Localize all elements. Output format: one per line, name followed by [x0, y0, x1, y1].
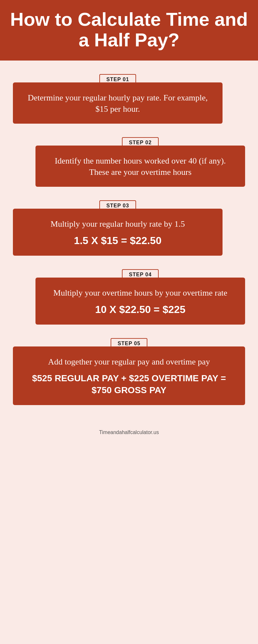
step-3-formula: 1.5 X $15 = $22.50: [22, 235, 213, 247]
step-5-text: Add together your regular pay and overti…: [22, 356, 236, 367]
step-2-wrapper: STEP 02 Identify the number hours worked…: [35, 140, 245, 187]
step-4-formula: 10 X $22.50 = $225: [45, 304, 236, 316]
step-5-formula: $525 REGULAR PAY + $225 OVERTIME PAY = $…: [22, 373, 236, 396]
step-1-label-wrap: STEP 01: [99, 77, 136, 82]
step-2-label-wrap: STEP 02: [122, 140, 159, 146]
step-5-box: Add together your regular pay and overti…: [13, 346, 245, 405]
step-3-label-wrap: STEP 03: [99, 203, 136, 209]
page-title: How to Calculate Time and a Half Pay?: [10, 9, 248, 50]
step-5-label-wrap: STEP 05: [111, 341, 148, 346]
content-area: STEP 01 Determine your regular hourly pa…: [0, 61, 258, 424]
step-1-wrapper: STEP 01 Determine your regular hourly pa…: [13, 77, 223, 124]
page-header: How to Calculate Time and a Half Pay?: [0, 0, 258, 61]
step-2-text: Identify the number hours worked over 40…: [45, 155, 236, 178]
step-3-wrapper: STEP 03 Multiply your regular hourly rat…: [13, 203, 223, 256]
step-3-box: Multiply your regular hourly rate by 1.5…: [13, 209, 223, 256]
footer-text: Timeandahalfcalculator.us: [99, 430, 159, 435]
step-1-box: Determine your regular hourly pay rate. …: [13, 82, 223, 124]
step-4-text: Multiply your overtime hours by your ove…: [45, 287, 236, 298]
step-2-box: Identify the number hours worked over 40…: [35, 146, 245, 187]
footer: Timeandahalfcalculator.us: [0, 424, 258, 442]
step-4-label-wrap: STEP 04: [122, 272, 159, 278]
step-1-text: Determine your regular hourly pay rate. …: [22, 92, 213, 115]
step-3-text: Multiply your regular hourly rate by 1.5: [22, 218, 213, 230]
step-4-wrapper: STEP 04 Multiply your overtime hours by …: [35, 272, 245, 325]
step-5-wrapper: STEP 05 Add together your regular pay an…: [13, 341, 245, 405]
step-4-box: Multiply your overtime hours by your ove…: [35, 278, 245, 325]
